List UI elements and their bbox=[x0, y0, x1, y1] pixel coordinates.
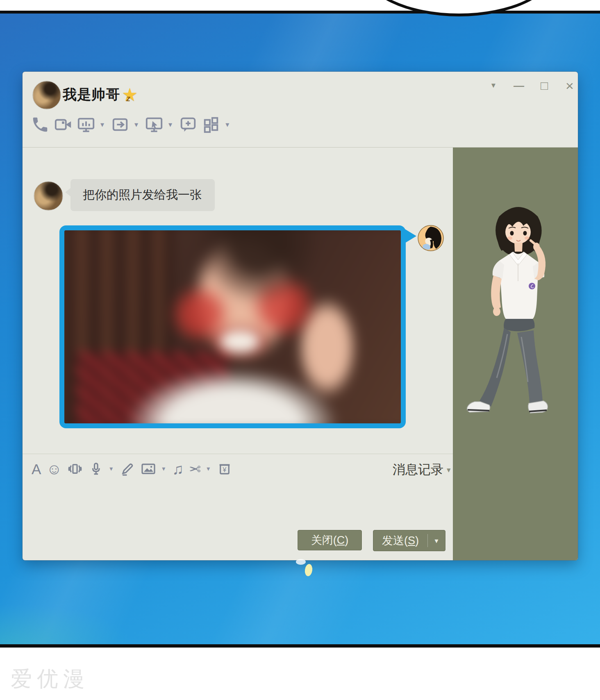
font-icon[interactable]: A bbox=[32, 462, 41, 476]
comic-bottom-band bbox=[0, 648, 600, 700]
screen-share-icon[interactable] bbox=[77, 115, 95, 134]
wallet-icon[interactable]: ¥ bbox=[217, 461, 232, 477]
emoticon-icon[interactable]: ☺ bbox=[46, 461, 62, 477]
contact-name: 我是帅哥 bbox=[63, 85, 120, 104]
send-button-hotkey: S bbox=[408, 534, 415, 547]
window-shake-icon[interactable] bbox=[67, 461, 83, 477]
composer-toolbar: A ☺ ▾ bbox=[32, 458, 232, 480]
image-caret-icon[interactable]: ▾ bbox=[162, 466, 165, 472]
incoming-avatar-photo bbox=[34, 182, 63, 210]
message-history-label: 消息记录 bbox=[393, 461, 443, 478]
qq-chat-window: 我是帅哥 ★z ▼ — □ × ▾ bbox=[23, 72, 578, 560]
file-transfer-icon[interactable] bbox=[111, 115, 130, 134]
comic-panel-desktop: 我是帅哥 ★z ▼ — □ × ▾ bbox=[0, 0, 600, 700]
group-chat-icon[interactable] bbox=[179, 115, 198, 134]
apps-caret-icon[interactable]: ▾ bbox=[225, 121, 229, 128]
close-chat-button[interactable]: 关闭(C) bbox=[298, 530, 362, 550]
voice-call-icon[interactable] bbox=[31, 115, 50, 134]
send-button-group: 发送(S) ▼ bbox=[373, 530, 445, 551]
screenshot-icon[interactable]: ✂ bbox=[189, 462, 201, 476]
music-icon[interactable]: ♫ bbox=[172, 461, 184, 477]
screenshot-caret-icon[interactable]: ▾ bbox=[207, 466, 210, 472]
window-controls: ▼ — □ × bbox=[488, 77, 575, 94]
composer-divider bbox=[23, 454, 453, 454]
send-options-caret[interactable]: ▼ bbox=[428, 530, 445, 551]
sweat-drop bbox=[304, 564, 313, 577]
minimize-button[interactable]: — bbox=[514, 77, 524, 94]
incoming-message-bubble: 把你的照片发给我一张 bbox=[70, 179, 215, 211]
close-button-text: 关闭( bbox=[311, 533, 337, 548]
self-avatar[interactable] bbox=[417, 225, 444, 252]
watermark: 爱优漫 bbox=[11, 665, 89, 693]
window-menu-button[interactable]: ▼ bbox=[488, 77, 499, 94]
incoming-message-avatar[interactable] bbox=[34, 182, 63, 210]
voice-message-icon[interactable] bbox=[88, 461, 104, 477]
status-z-glyph: z bbox=[126, 90, 130, 107]
contact-avatar[interactable] bbox=[33, 81, 61, 109]
voice-message-caret-icon[interactable]: ▾ bbox=[109, 466, 113, 472]
maximize-button[interactable]: □ bbox=[539, 77, 550, 94]
message-history-caret-icon: ▾ bbox=[447, 465, 451, 475]
incoming-message-text: 把你的照片发给我一张 bbox=[83, 187, 202, 203]
send-button-text: 发送( bbox=[382, 533, 408, 548]
outgoing-bubble-tail bbox=[405, 229, 416, 243]
comic-top-border bbox=[0, 11, 600, 14]
blurred-photo bbox=[59, 225, 406, 428]
comic-bottom-border bbox=[0, 644, 600, 648]
apps-icon[interactable] bbox=[202, 115, 220, 134]
message-history-button[interactable]: 消息记录 ▾ bbox=[393, 461, 451, 478]
outgoing-image-message[interactable] bbox=[59, 225, 406, 428]
chat-toolbar: ▾ ▾ ▾ ▾ bbox=[31, 115, 232, 134]
video-call-icon[interactable] bbox=[54, 115, 73, 134]
remote-desktop-caret-icon[interactable]: ▾ bbox=[168, 121, 172, 128]
status-star-icon: ★z bbox=[122, 86, 138, 103]
remote-desktop-icon[interactable] bbox=[145, 115, 164, 134]
qq-show-girl-character bbox=[451, 193, 553, 422]
titlebar: 我是帅哥 ★z bbox=[63, 85, 138, 105]
svg-text:¥: ¥ bbox=[223, 466, 227, 473]
screen-share-caret-icon[interactable]: ▾ bbox=[100, 121, 104, 128]
image-icon[interactable] bbox=[141, 461, 156, 477]
close-button-hotkey: C bbox=[337, 534, 345, 547]
handwriting-icon[interactable] bbox=[120, 461, 135, 477]
contact-avatar-photo bbox=[33, 81, 61, 109]
sweat-drop-highlight bbox=[296, 559, 306, 565]
file-transfer-caret-icon[interactable]: ▾ bbox=[134, 121, 138, 128]
close-button[interactable]: × bbox=[564, 77, 575, 94]
send-button[interactable]: 发送(S) bbox=[373, 530, 427, 551]
